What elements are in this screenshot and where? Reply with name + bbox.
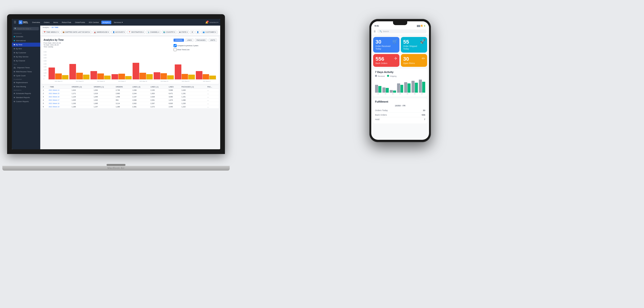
cell-week[interactable]: 2021 Week 19 — [48, 105, 70, 109]
metric-card-shipped[interactable]: 55 Order ShippedToday 🚀 — [401, 37, 427, 53]
bar-yellow-7 — [188, 75, 195, 79]
cell-week[interactable]: 2021 Week 17 — [48, 99, 70, 102]
phone-device: 9:41 ▐▐▐ 📶 🔋 ☰ 🔍 Search — [369, 19, 431, 142]
checkbox-trend[interactable]: Show Trend Line — [174, 48, 217, 51]
tab-packages[interactable]: PACKAGES — [195, 39, 207, 42]
phone-hamburger-icon[interactable]: ☰ — [374, 30, 376, 33]
sidebar-search-input[interactable] — [17, 28, 38, 30]
mini-bar-received — [397, 83, 400, 93]
metric-card-backorders[interactable]: 556 Back Orders ✈ — [373, 54, 400, 67]
sidebar-item-slow-moving[interactable]: Slow Moving — [12, 85, 40, 89]
state-icon: 🗺 — [179, 32, 181, 33]
tab-lines[interactable]: LINES — [186, 39, 194, 42]
breadcrumb-root: Analytics — [42, 27, 49, 28]
sidebar-item-international[interactable]: International — [12, 39, 40, 43]
cell-num: 6 — [42, 105, 48, 109]
sidebar-item-by-time[interactable]: By Time — [12, 43, 40, 47]
nav-analytics[interactable]: Analytics — [101, 21, 111, 24]
sidebar-item-standard-reports[interactable]: Standard Reports — [12, 96, 40, 100]
sidebar-search-container[interactable]: 🔍 — [13, 27, 39, 30]
cell-p2: 1,151 — [180, 95, 206, 99]
cart-icon: 🛒 — [392, 39, 398, 44]
filter-warehouse[interactable]: 🏭 WAREHOUSE ▾ — [92, 31, 110, 34]
fulfillment-section: Fulfillment 19350 - FR Orders Today 30 B… — [373, 98, 427, 123]
tab-orders[interactable]: ORDERS — [174, 39, 184, 42]
nav-services[interactable]: Services ▾ — [113, 21, 124, 24]
mini-bar-day-label: 22 — [382, 93, 389, 95]
nav-items[interactable]: Items — [52, 21, 59, 24]
cell-week[interactable]: 2021 Week 15 — [48, 92, 70, 95]
cell-l: 6,471 — [168, 92, 180, 95]
mini-bar-received — [412, 81, 414, 93]
dcl-logo-icon: D — [19, 20, 22, 24]
metric-card-received[interactable]: 30 Order ReceivedToday 🛒 — [373, 37, 400, 53]
tab-units[interactable]: UNITS — [208, 39, 217, 42]
cell-l1: 2,091 — [150, 99, 168, 102]
sidebar-dot-international — [14, 40, 15, 41]
metric-card-rmas[interactable]: 30 Open RMAs ✏ — [401, 54, 427, 67]
filter-customer[interactable]: 👥 CUSTOMER ▾ — [201, 31, 218, 34]
sidebar-item-domestic[interactable]: Domestic — [12, 35, 40, 39]
sidebar-item-by-ship-service[interactable]: By Ship Service — [12, 55, 40, 59]
nav-orderpoints[interactable]: OrderPoints — [74, 21, 86, 24]
bar-chart-icon — [14, 67, 16, 69]
cell-o2: 1,171 — [70, 92, 92, 95]
cell-o2: 1,035 — [70, 99, 92, 102]
filter-state[interactable]: 🗺 STATE ▾ — [178, 31, 189, 34]
sidebar-dot-by-item — [14, 48, 15, 49]
chart-y-axis: 4,500 4,000 3,500 3,000 2,500 2,000 1,50… — [44, 51, 48, 80]
cell-l1: 2,028 — [150, 95, 168, 99]
activity-title: 7 Days Activity — [375, 71, 425, 74]
gear-icon: ⚙ — [192, 31, 193, 33]
col-lines: LINES — [168, 85, 180, 89]
sidebar-item-shipment-times[interactable]: Shipment Times — [12, 66, 40, 70]
rocket-icon: 🚀 — [420, 39, 425, 44]
mini-bar-group — [419, 80, 425, 93]
cell-week[interactable]: 2021 Week 18 — [48, 102, 70, 105]
sidebar-item-by-customer[interactable]: By Customer — [12, 51, 40, 55]
nav-returntrak[interactable]: ReturnTrak — [60, 21, 72, 24]
cell-l2: 2,932 — [131, 102, 150, 105]
nav-edi-central[interactable]: EDI Central — [88, 21, 100, 24]
sidebar-item-by-channel[interactable]: By Channel — [12, 59, 40, 63]
mini-bar-group — [390, 90, 396, 93]
sidebar-dot-by-ship — [14, 56, 15, 57]
sidebar-item-scheduled-reports[interactable]: Scheduled Reports — [12, 92, 40, 96]
cell-l2: 2,066 — [131, 99, 150, 102]
cell-p2: 1,088 — [180, 99, 206, 102]
bar-group-3 — [90, 71, 110, 79]
filter-time[interactable]: 📅 TIME WEEKLY ▾ — [42, 31, 60, 34]
sidebar-item-rma-receive[interactable]: RMA Receive Times — [12, 70, 40, 74]
filter-country[interactable]: 🌍 COUNTRY ▾ — [162, 31, 177, 34]
notification-badge[interactable]: 🔔 7 — [205, 21, 208, 24]
sidebar-item-by-item[interactable]: By Item — [12, 47, 40, 51]
filter-shipped-date[interactable]: 📦 SHIPPED DATE LAST 90 DAYS ▾ — [61, 31, 92, 34]
mini-bar-received — [382, 87, 386, 93]
cell-week[interactable]: 2021 Week 16 — [48, 95, 70, 99]
filter-user[interactable]: 👤 — [195, 31, 200, 34]
hamburger-icon[interactable]: ☰ — [14, 21, 16, 24]
macbook-shadow — [16, 152, 225, 156]
filter-destination[interactable]: 📍 DESTINATION ▾ — [127, 31, 145, 34]
filter-channel[interactable]: 📡 CHANNEL ▾ — [146, 31, 161, 34]
filter-account[interactable]: 👤 ACCOUNT ▾ — [111, 31, 126, 34]
nav-overview[interactable]: Overview — [31, 21, 41, 24]
cell-l: 3,060 — [168, 95, 180, 99]
bar-orange-4 — [118, 74, 125, 79]
phone-search-bar[interactable]: 🔍 Search — [377, 29, 427, 34]
sidebar-item-custom-reports[interactable]: Custom Reports — [12, 100, 40, 104]
sidebar-item-cycle-count[interactable]: Cycle Count — [12, 74, 40, 78]
sidebar-item-replenishment[interactable]: Replenishment — [12, 81, 40, 85]
nav-orders[interactable]: Orders — [42, 21, 51, 24]
col-time[interactable]: ↑ TIME — [48, 85, 70, 89]
user-menu[interactable]: briantest ▾ — [210, 21, 218, 24]
checkbox-compare[interactable]: Compare to previous 2 years — [174, 44, 217, 47]
filter-settings[interactable]: ⚙ — [190, 31, 194, 34]
cell-week[interactable]: 2021 Week 14 — [48, 89, 70, 92]
mini-bar-shipping — [400, 85, 404, 93]
cell-num: 5 — [42, 102, 48, 105]
bar-red-5 — [132, 63, 139, 79]
bar-yellow-6 — [167, 75, 174, 79]
fulfillment-subtitle: 19350 - FR — [375, 105, 425, 107]
mini-bar-group — [375, 85, 382, 93]
